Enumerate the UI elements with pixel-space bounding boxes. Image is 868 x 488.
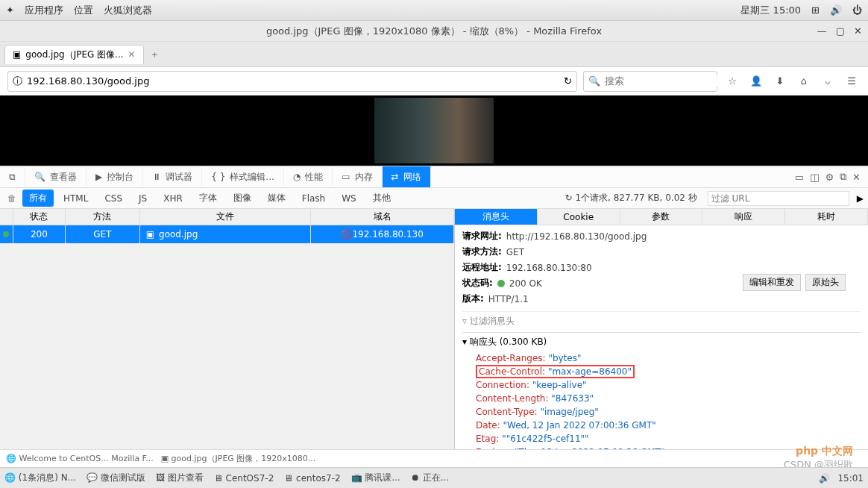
har-icon[interactable]: ▶	[857, 193, 864, 204]
address-bar[interactable]: ⓘ ↻	[7, 71, 577, 92]
filter-js[interactable]: JS	[132, 191, 154, 206]
taskbar-item[interactable]: 📺 腾讯课...	[351, 472, 400, 484]
tab-debugger[interactable]: ⏸调试器	[143, 166, 202, 187]
filter-xhr[interactable]: XHR	[157, 191, 189, 206]
network-filter-bar: 🗑 所有 HTML CSS JS XHR 字体 图像 媒体 Flash WS 其…	[0, 188, 868, 209]
dock-icon[interactable]: ⧉	[840, 171, 846, 183]
reload-icon[interactable]: ↻	[564, 75, 572, 87]
image-icon: ▣	[146, 229, 154, 240]
downloads-icon[interactable]: ⬇	[771, 75, 789, 87]
filter-ws[interactable]: WS	[335, 191, 362, 206]
header-content-type: Content-Type: "image/jpeg"	[462, 405, 861, 419]
tab-memory[interactable]: ▭内存	[333, 166, 382, 187]
col-method[interactable]: 方法	[66, 209, 140, 225]
window-titlebar: good.jpg（JPEG 图像，1920x1080 像素） - 缩放（8%） …	[0, 21, 868, 42]
tray-time[interactable]: 15:01	[837, 473, 864, 484]
search-bar[interactable]: 🔍	[583, 71, 717, 92]
request-row[interactable]: 200 GET ▣good.jpg 🚫 192.168.80.130	[0, 225, 454, 243]
tab-console[interactable]: ▶控制台	[87, 166, 143, 187]
taskbar-item[interactable]: 🖥 centos7-2	[284, 473, 340, 484]
remote-address: 192.168.80.130:80	[506, 263, 592, 273]
cell-domain: 🚫 192.168.80.130	[311, 225, 454, 243]
cell-method: GET	[66, 225, 140, 243]
pocket-icon[interactable]: ⌵	[819, 75, 837, 87]
col-file[interactable]: 文件	[140, 209, 312, 225]
resp-tab-response[interactable]: 响应	[702, 209, 785, 225]
filter-url-input[interactable]	[708, 191, 849, 206]
close-icon[interactable]: ✕	[854, 25, 862, 37]
settings-icon[interactable]: ⚙	[825, 172, 834, 183]
header-cache-control: Cache-Control: "max-age=86400"	[462, 365, 861, 378]
menu-places[interactable]: 位置	[74, 4, 93, 17]
tray-icon[interactable]: 🔊	[819, 473, 830, 484]
url-input[interactable]	[27, 75, 559, 87]
volume-icon[interactable]: 🔊	[830, 4, 842, 16]
tab-inspector[interactable]: 🔍查看器	[25, 166, 87, 187]
displayed-image	[374, 98, 494, 163]
devtools-close-icon[interactable]: ✕	[852, 172, 861, 183]
resp-tab-timings[interactable]: 耗时	[785, 209, 868, 225]
col-status[interactable]: 状态	[13, 209, 66, 225]
activities-icon[interactable]: ✦	[6, 4, 14, 16]
taskbar-item[interactable]: 🌐 (1条消息) N...	[4, 472, 76, 484]
col-domain[interactable]: 域名	[311, 209, 454, 225]
responsive-icon[interactable]: ▭	[795, 172, 804, 183]
window-item[interactable]: 🌐 Welcome to CentOS... Mozilla F...	[6, 454, 154, 463]
minimize-icon[interactable]: —	[817, 25, 827, 37]
browser-tab[interactable]: ▣ good.jpg（JPEG 图像... ✕	[4, 45, 144, 64]
new-tab-button[interactable]: ＋	[147, 48, 163, 61]
filter-html[interactable]: HTML	[57, 191, 95, 206]
request-list-header: 状态 方法 文件 域名	[0, 209, 454, 225]
response-tabs: 消息头 Cookie 参数 响应 耗时	[455, 209, 868, 225]
clock[interactable]: 星期三 15:00	[740, 4, 801, 17]
menu-firefox[interactable]: 火狐浏览器	[104, 4, 152, 17]
tab-label: good.jpg（JPEG 图像...	[25, 49, 123, 61]
tab-close-icon[interactable]: ✕	[128, 49, 136, 60]
request-method: GET	[506, 247, 524, 257]
gnome-top-bar: ✦ 应用程序 位置 火狐浏览器 星期三 15:00 ⊞ 🔊 ⏻	[0, 0, 868, 21]
power-icon[interactable]: ⏻	[852, 4, 862, 16]
tab-favicon: ▣	[13, 49, 21, 60]
page-content	[0, 96, 868, 166]
taskbar-item[interactable]: 🖼 图片查看	[156, 472, 204, 484]
filter-css[interactable]: CSS	[98, 191, 129, 206]
search-icon: 🔍	[588, 75, 600, 87]
taskbar-item[interactable]: 💬 微信测试版	[87, 472, 145, 484]
edit-resend-button[interactable]: 编辑和重发	[743, 274, 801, 291]
http-version: HTTP/1.1	[488, 294, 529, 304]
filter-fonts[interactable]: 字体	[192, 190, 224, 207]
menu-applications[interactable]: 应用程序	[25, 4, 63, 17]
resp-tab-headers[interactable]: 消息头	[455, 209, 538, 225]
tab-performance[interactable]: ◔性能	[284, 166, 333, 187]
filter-images[interactable]: 图像	[227, 190, 258, 207]
filter-headers-input[interactable]: ▿ 过滤消息头	[462, 311, 861, 328]
bookmark-icon[interactable]: ☆	[723, 75, 741, 87]
clear-icon[interactable]: 🗑	[4, 193, 19, 204]
taskbar-item[interactable]: ⏺ 正在...	[411, 472, 449, 484]
taskbar-item[interactable]: 🖥 CentOS7-2	[214, 473, 274, 484]
search-input[interactable]	[605, 75, 732, 87]
maximize-icon[interactable]: ▢	[836, 25, 845, 37]
resp-tab-cookies[interactable]: Cookie	[538, 209, 620, 225]
window-item[interactable]: ▣ good.jpg（JPEG 图像，1920x1080...	[161, 453, 316, 464]
status-dot-icon	[3, 231, 9, 237]
filter-flash[interactable]: Flash	[295, 191, 332, 206]
home-icon[interactable]: ⌂	[795, 75, 813, 87]
response-headers-section[interactable]: ▾ 响应头 (0.300 KB)	[462, 332, 861, 351]
raw-headers-button[interactable]: 原始头	[805, 274, 846, 291]
devtools-toggle-icon[interactable]: ⧉	[0, 166, 25, 187]
header-date: Date: "Wed, 12 Jan 2022 07:00:36 GMT"	[462, 419, 861, 432]
network-icon[interactable]: ⊞	[811, 4, 820, 16]
menu-icon[interactable]: ☰	[843, 75, 861, 87]
tab-network[interactable]: ⇄网络	[383, 166, 431, 187]
split-icon[interactable]: ◫	[810, 172, 819, 183]
filter-other[interactable]: 其他	[366, 190, 397, 207]
resp-tab-params[interactable]: 参数	[620, 209, 703, 225]
request-list: 状态 方法 文件 域名 200 GET ▣good.jpg 🚫 192.168.…	[0, 209, 455, 467]
filter-all[interactable]: 所有	[22, 190, 54, 207]
host-taskbar: 🌐 (1条消息) N... 💬 微信测试版 🖼 图片查看 🖥 CentOS7-2…	[0, 467, 868, 488]
account-icon[interactable]: 👤	[747, 75, 765, 87]
filter-media[interactable]: 媒体	[261, 190, 292, 207]
info-icon[interactable]: ⓘ	[13, 75, 22, 88]
tab-style-editor[interactable]: { }样式编辑...	[202, 166, 284, 187]
